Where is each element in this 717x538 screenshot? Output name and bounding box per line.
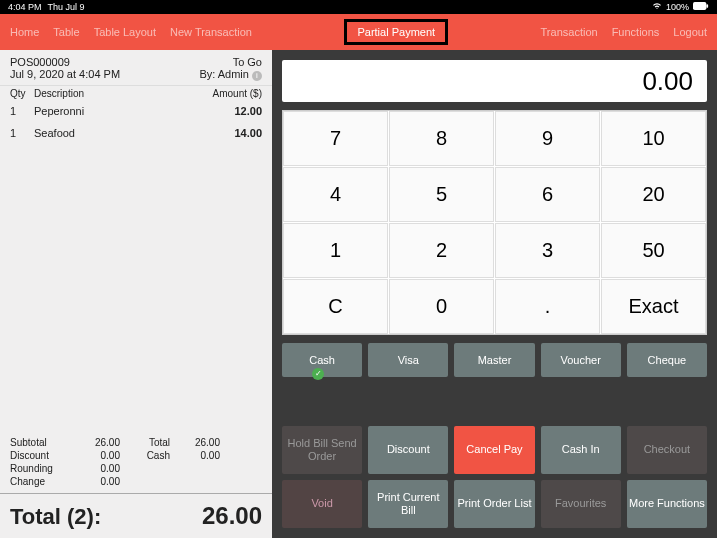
key-4[interactable]: 4 bbox=[283, 167, 388, 222]
amount-display: 0.00 bbox=[282, 60, 707, 102]
list-item[interactable]: 1 Peperonni 12.00 bbox=[10, 105, 262, 117]
receipt-columns: Qty Description Amount ($) bbox=[0, 85, 272, 101]
key-50[interactable]: 50 bbox=[601, 223, 706, 278]
list-item[interactable]: 1 Seafood 14.00 bbox=[10, 127, 262, 139]
pay-voucher[interactable]: Voucher bbox=[541, 343, 621, 377]
receipt-panel: POS000009 To Go Jul 9, 2020 at 4:04 PM B… bbox=[0, 50, 272, 538]
cash-in-button[interactable]: Cash In bbox=[541, 426, 621, 474]
svg-rect-0 bbox=[693, 2, 706, 10]
nav-functions[interactable]: Functions bbox=[612, 26, 660, 38]
keypad: 7 8 9 10 4 5 6 20 1 2 3 50 C 0 . Exact bbox=[282, 110, 707, 335]
key-10[interactable]: 10 bbox=[601, 111, 706, 166]
pay-cheque[interactable]: Cheque bbox=[627, 343, 707, 377]
order-mode: To Go bbox=[233, 56, 262, 68]
checkout-button[interactable]: Checkout bbox=[627, 426, 707, 474]
key-9[interactable]: 9 bbox=[495, 111, 600, 166]
payment-panel: 0.00 7 8 9 10 4 5 6 20 1 2 3 50 C 0 . Ex… bbox=[272, 50, 717, 538]
receipt-total: Total (2): 26.00 bbox=[0, 493, 272, 538]
order-datetime: Jul 9, 2020 at 4:04 PM bbox=[10, 68, 120, 81]
key-3[interactable]: 3 bbox=[495, 223, 600, 278]
receipt-summary: Subtotal26.00 Total26.00 Discount0.00 Ca… bbox=[0, 431, 272, 493]
check-icon: ✓ bbox=[312, 368, 324, 380]
payment-methods: Cash✓ Visa Master Voucher Cheque bbox=[282, 343, 707, 377]
svg-rect-1 bbox=[706, 4, 708, 8]
key-20[interactable]: 20 bbox=[601, 167, 706, 222]
nav-new-transaction[interactable]: New Transaction bbox=[170, 26, 252, 38]
pay-master[interactable]: Master bbox=[454, 343, 534, 377]
key-0[interactable]: 0 bbox=[389, 279, 494, 334]
nav-bar: Home Table Table Layout New Transaction … bbox=[0, 14, 717, 50]
pay-visa[interactable]: Visa bbox=[368, 343, 448, 377]
key-1[interactable]: 1 bbox=[283, 223, 388, 278]
battery-icon bbox=[693, 2, 709, 12]
key-2[interactable]: 2 bbox=[389, 223, 494, 278]
favourites-button[interactable]: Favourites bbox=[541, 480, 621, 528]
col-amount: Amount ($) bbox=[213, 88, 262, 99]
status-date: Thu Jul 9 bbox=[48, 2, 85, 12]
nav-table-layout[interactable]: Table Layout bbox=[94, 26, 156, 38]
more-functions-button[interactable]: More Functions bbox=[627, 480, 707, 528]
print-order-button[interactable]: Print Order List bbox=[454, 480, 534, 528]
hold-bill-button[interactable]: Hold Bill Send Order bbox=[282, 426, 362, 474]
key-7[interactable]: 7 bbox=[283, 111, 388, 166]
order-by: By: Admin bbox=[199, 68, 249, 80]
key-5[interactable]: 5 bbox=[389, 167, 494, 222]
pos-id: POS000009 bbox=[10, 56, 70, 68]
discount-button[interactable]: Discount bbox=[368, 426, 448, 474]
status-bar: 4:04 PM Thu Jul 9 100% bbox=[0, 0, 717, 14]
info-icon[interactable]: i bbox=[252, 71, 262, 81]
print-bill-button[interactable]: Print Current Bill bbox=[368, 480, 448, 528]
key-clear[interactable]: C bbox=[283, 279, 388, 334]
void-button[interactable]: Void bbox=[282, 480, 362, 528]
total-value: 26.00 bbox=[202, 502, 262, 530]
key-dot[interactable]: . bbox=[495, 279, 600, 334]
nav-logout[interactable]: Logout bbox=[673, 26, 707, 38]
col-desc: Description bbox=[34, 88, 213, 99]
total-label: Total (2): bbox=[10, 504, 101, 530]
wifi-icon bbox=[652, 2, 662, 12]
function-grid: Hold Bill Send Order Discount Cancel Pay… bbox=[282, 426, 707, 528]
pay-cash[interactable]: Cash✓ bbox=[282, 343, 362, 377]
key-exact[interactable]: Exact bbox=[601, 279, 706, 334]
receipt-items: 1 Peperonni 12.00 1 Seafood 14.00 bbox=[0, 101, 272, 431]
key-6[interactable]: 6 bbox=[495, 167, 600, 222]
nav-partial-payment[interactable]: Partial Payment bbox=[344, 19, 448, 45]
nav-table[interactable]: Table bbox=[53, 26, 79, 38]
nav-home[interactable]: Home bbox=[10, 26, 39, 38]
cancel-pay-button[interactable]: Cancel Pay bbox=[454, 426, 534, 474]
col-qty: Qty bbox=[10, 88, 34, 99]
battery-pct: 100% bbox=[666, 2, 689, 12]
nav-transaction[interactable]: Transaction bbox=[541, 26, 598, 38]
key-8[interactable]: 8 bbox=[389, 111, 494, 166]
status-time: 4:04 PM bbox=[8, 2, 42, 12]
